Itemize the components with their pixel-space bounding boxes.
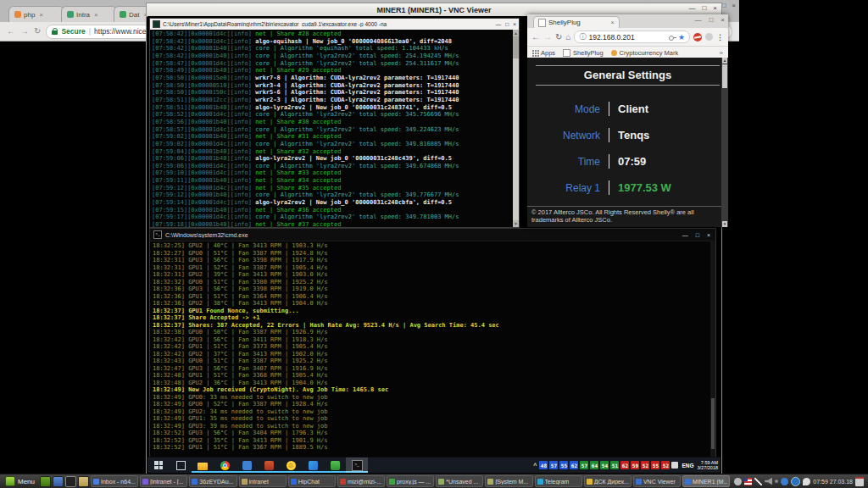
scroll-up-icon[interactable]: ▲ (722, 58, 727, 64)
task-view-taskbar-button[interactable] (170, 458, 192, 473)
gear-icon[interactable] (791, 477, 800, 486)
home-icon[interactable]: ⌂ (565, 33, 570, 42)
file-explorer-taskbar-button[interactable] (192, 458, 214, 473)
cmd-console[interactable]: 18:32:25] GPU2 | 40°C | Fan 3413 RPM | 1… (150, 241, 710, 458)
close-icon[interactable]: × (721, 16, 725, 24)
folder-icon[interactable] (78, 476, 89, 487)
scroll-thumb[interactable] (722, 64, 727, 88)
chat-icon[interactable] (803, 478, 810, 485)
log-prefix: [07:59:15][0x00001b40][info] (152, 207, 255, 214)
app-red-taskbar-button[interactable] (258, 458, 280, 473)
excavator-console[interactable]: [07:58:42][0x00001d4c][info] net | Share… (150, 30, 513, 227)
taskbar-window-button[interactable]: VNC Viewer (633, 475, 681, 487)
info-icon[interactable]: ⓘ (579, 32, 586, 42)
keyboard-language[interactable]: ENG (682, 463, 693, 469)
dot-icon[interactable] (775, 480, 778, 483)
taskbar-window-button[interactable]: ДСК Дирек... (584, 475, 632, 487)
close-icon[interactable]: × (707, 232, 710, 238)
close-icon[interactable]: × (732, 2, 736, 9)
maximize-icon[interactable]: □ (709, 16, 713, 24)
taskbar-window-button[interactable]: HipChat (288, 475, 336, 487)
tray-expand-icon[interactable]: ^ (533, 463, 537, 469)
browser-tab[interactable]: php× (8, 6, 64, 22)
local-clock[interactable]: 07:59 27.03.18 (813, 479, 853, 485)
window-icon (685, 479, 691, 485)
flag-icon[interactable] (744, 478, 752, 485)
scroll-thumb[interactable] (711, 398, 715, 449)
user-icon[interactable] (734, 478, 742, 485)
scroll-thumb[interactable] (513, 36, 519, 58)
adblock-extension-icon[interactable] (693, 33, 702, 42)
minimize-icon[interactable]: — (496, 21, 502, 27)
bookmark-item[interactable]: Apps (532, 49, 555, 57)
tab-close-icon[interactable]: × (39, 11, 43, 19)
excavator-titlebar[interactable]: C:\Users\Miner1\AppData\Roaming\nhm2\bin… (150, 19, 519, 30)
taskbar-window-button[interactable]: Inbox - n64... (91, 475, 138, 487)
forward-icon[interactable]: → (543, 33, 552, 42)
cmd-titlebar[interactable]: >_ C:\Windows\system32\cmd.exe — □ × (150, 229, 715, 241)
reload-icon[interactable]: ↻ (34, 27, 41, 36)
taskbar-window-button[interactable]: Telegram (535, 475, 582, 487)
minimize-icon[interactable]: — (694, 16, 701, 24)
maximize-icon[interactable]: □ (696, 232, 699, 238)
taskbar-window-button[interactable]: intranet (239, 475, 287, 487)
close-icon[interactable]: × (713, 4, 717, 12)
menu-button[interactable]: Menu (2, 475, 38, 487)
taskbar-window-button[interactable]: *Unsaved ... (436, 475, 483, 487)
back-icon[interactable]: ← (531, 33, 540, 42)
close-icon[interactable]: × (513, 21, 516, 27)
minimize-icon[interactable]: — (688, 4, 695, 12)
maximize-icon[interactable]: □ (702, 4, 706, 12)
app-blue-taskbar-button[interactable] (236, 458, 258, 473)
taskbar-window-button[interactable]: mizi@mizi-... (337, 475, 385, 487)
show-desktop-icon[interactable] (40, 476, 51, 487)
vol-icon[interactable] (765, 478, 772, 485)
file-manager-icon[interactable] (53, 476, 64, 487)
tab-favicon-icon (14, 11, 21, 18)
scroll-up-icon[interactable]: ▲ (513, 30, 519, 36)
tab-close-icon[interactable]: × (94, 11, 98, 19)
gpu-monitor-icon[interactable] (671, 462, 678, 469)
taskbar-window-button[interactable]: [intranet - [... (140, 475, 187, 487)
taskbar-window-button[interactable]: MINER1 (M... (682, 475, 730, 487)
blue-icon[interactable] (781, 478, 788, 485)
bookmarks-overflow-icon[interactable]: » (720, 49, 723, 57)
chrome-taskbar-button[interactable] (214, 458, 236, 473)
remote-clock[interactable]: 7:59 AM 3/27/2018 (698, 460, 718, 471)
screenshot-icon[interactable] (65, 476, 76, 487)
taskbar-window-button[interactable]: proxy.js — ... (387, 475, 434, 487)
bookmark-item[interactable]: Cryptocurrency Mark (611, 49, 679, 57)
scroll-down-icon[interactable]: ▼ (513, 220, 519, 227)
forward-icon[interactable]: → (20, 27, 29, 36)
edit-icon[interactable] (754, 478, 762, 485)
reload-icon[interactable]: ↻ (555, 33, 562, 42)
window-icon (242, 479, 248, 485)
password-key-icon[interactable] (669, 36, 676, 39)
extension-icon[interactable] (705, 33, 713, 41)
maximize-icon[interactable]: □ (505, 21, 509, 27)
settings-row: Relay 11977.53 W (527, 175, 728, 201)
taskbar-window-button[interactable]: 36zEYDAu... (189, 475, 236, 487)
photos-taskbar-button[interactable] (302, 458, 324, 473)
address-bar[interactable]: ⓘ 192.168.0.201 ★ (574, 30, 690, 43)
cmd-taskbar-button[interactable]: >_ (346, 458, 368, 473)
browser-tab[interactable]: Intra× (61, 6, 117, 22)
calendar-icon[interactable] (855, 477, 864, 486)
start-taskbar-button[interactable] (147, 458, 170, 473)
shelly-tab[interactable]: ShellyPlug × (533, 16, 620, 28)
excavator-scrollbar[interactable]: ▲ ▼ (513, 30, 519, 227)
scroll-down-icon[interactable]: ▼ (722, 221, 727, 227)
minimize-icon[interactable]: — (682, 232, 688, 238)
smiley-taskbar-button[interactable]: ☺ (280, 458, 302, 473)
tab-favicon-icon (67, 11, 74, 18)
maximize-icon[interactable]: □ (721, 2, 726, 9)
browser-menu-icon[interactable]: ⋮ (716, 33, 724, 42)
cmd-scrollbar[interactable] (710, 241, 715, 458)
taskbar-window-button[interactable]: [System M... (485, 475, 532, 487)
tab-close-icon[interactable]: × (610, 19, 615, 26)
bookmark-item[interactable]: ShellyPlug (563, 49, 603, 57)
bookmark-star-icon[interactable]: ★ (678, 33, 685, 42)
pictures-taskbar-button[interactable] (324, 458, 346, 473)
back-icon[interactable]: ← (7, 27, 15, 36)
page-scrollbar[interactable]: ▲ ▼ (721, 58, 728, 227)
